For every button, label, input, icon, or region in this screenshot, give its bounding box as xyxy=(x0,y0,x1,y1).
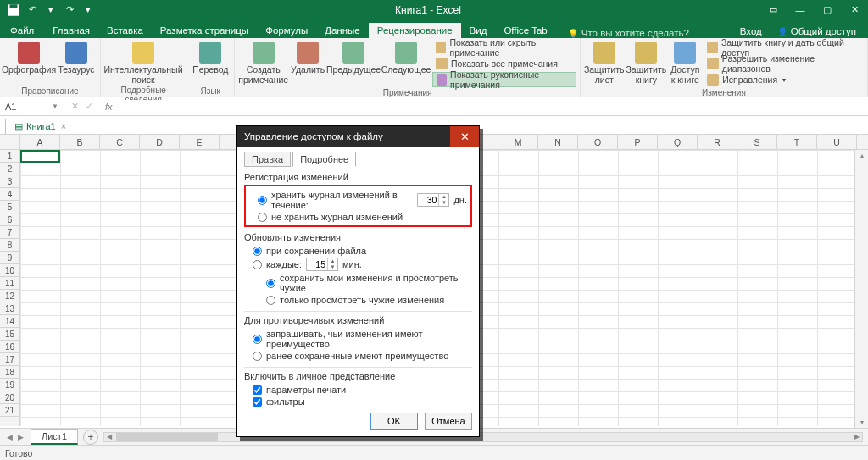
delete-comment-button[interactable]: Удалить xyxy=(290,40,326,75)
row-header[interactable]: 7 xyxy=(0,226,19,239)
tab-page-layout[interactable]: Разметка страницы xyxy=(152,23,257,38)
allow-edit-ranges-button[interactable]: Разрешить изменение диапазонов xyxy=(704,56,864,71)
col-header[interactable]: Q xyxy=(658,135,698,149)
close-workbook-icon[interactable]: × xyxy=(61,121,66,131)
undo-button[interactable]: ↶ xyxy=(24,2,41,19)
days-input[interactable] xyxy=(418,195,438,205)
tab-formulas[interactable]: Формулы xyxy=(257,23,316,38)
formula-input[interactable] xyxy=(120,100,868,113)
dialog-tab-edit[interactable]: Правка xyxy=(244,152,291,167)
opt-earlier[interactable]: ранее сохраненные имеют преимущество xyxy=(244,350,472,362)
cancel-button[interactable]: Отмена xyxy=(425,413,472,430)
maximize-button[interactable]: ▢ xyxy=(814,0,841,19)
chk-print[interactable]: параметры печати xyxy=(244,384,472,396)
row-header[interactable]: 6 xyxy=(0,213,19,226)
dialog-tab-more[interactable]: Подробнее xyxy=(292,152,356,167)
col-header[interactable]: P xyxy=(618,135,658,149)
show-hide-comment-button[interactable]: Показать или скрыть примечание xyxy=(432,40,576,55)
sheet-tab[interactable]: Лист1 xyxy=(31,429,78,445)
tab-office[interactable]: Office Tab xyxy=(495,23,555,38)
opt-dont-keep-history[interactable]: не хранить журнал изменений xyxy=(249,211,467,223)
col-header[interactable]: T xyxy=(777,135,817,149)
tell-me-search[interactable]: Что вы хотите сделать? xyxy=(556,28,735,38)
dialog-titlebar[interactable]: Управление доступом к файлу ✕ xyxy=(237,126,479,147)
col-header[interactable]: D xyxy=(140,135,180,149)
col-header[interactable]: B xyxy=(60,135,100,149)
chk-filters[interactable]: фильтры xyxy=(244,396,472,407)
qat-dropdown-icon[interactable]: ▾ xyxy=(42,2,59,19)
col-header[interactable]: U xyxy=(817,135,857,149)
smart-lookup-button[interactable]: Интеллектуальный поиск xyxy=(104,40,182,85)
col-header[interactable]: R xyxy=(698,135,737,149)
ok-button[interactable]: OK xyxy=(370,413,418,430)
row-header[interactable]: 4 xyxy=(0,188,19,201)
accept-fx-icon[interactable]: ✓ xyxy=(86,101,93,112)
add-sheet-button[interactable]: + xyxy=(83,430,98,445)
row-header[interactable]: 17 xyxy=(0,353,19,366)
save-icon[interactable] xyxy=(5,2,22,19)
row-header[interactable]: 9 xyxy=(0,252,19,264)
opt-on-save[interactable]: при сохранении файла xyxy=(244,245,472,257)
tab-review[interactable]: Рецензирование xyxy=(369,23,461,38)
horizontal-scrollbar[interactable]: ◀▶ xyxy=(103,432,863,442)
col-header[interactable]: O xyxy=(578,135,618,149)
opt-view-only[interactable]: только просмотреть чужие изменения xyxy=(244,294,472,306)
spelling-button[interactable]: Орфография xyxy=(3,40,54,75)
redo-button[interactable]: ↷ xyxy=(61,2,78,19)
minutes-input[interactable] xyxy=(307,259,327,269)
protect-workbook-button[interactable]: Защитить книгу xyxy=(626,40,667,85)
row-header[interactable]: 14 xyxy=(0,315,19,328)
row-header[interactable]: 16 xyxy=(0,341,19,353)
row-header[interactable]: 1 xyxy=(0,150,19,163)
tab-view[interactable]: Вид xyxy=(461,23,496,38)
cancel-fx-icon[interactable]: ✕ xyxy=(71,101,79,112)
col-header[interactable]: C xyxy=(100,135,140,149)
track-changes-button[interactable]: Исправления▾ xyxy=(704,72,864,87)
row-header[interactable]: 2 xyxy=(0,163,19,175)
dialog-close-button[interactable]: ✕ xyxy=(450,126,479,147)
share-workbook-button[interactable]: Доступ к книге xyxy=(668,40,702,85)
col-header[interactable]: S xyxy=(737,135,777,149)
row-header[interactable]: 18 xyxy=(0,366,19,379)
opt-keep-history[interactable]: хранить журнал изменений в течение: ▲▼ д… xyxy=(249,189,467,211)
tab-home[interactable]: Главная xyxy=(44,23,98,38)
sheet-nav[interactable]: ◀▶ xyxy=(0,433,31,441)
select-all-corner[interactable] xyxy=(0,135,20,149)
login-link[interactable]: Вход xyxy=(735,26,767,36)
translate-button[interactable]: Перевод xyxy=(190,40,231,75)
row-header[interactable]: 12 xyxy=(0,290,19,302)
fx-icon[interactable]: fx xyxy=(100,102,113,112)
qat-dropdown2-icon[interactable]: ▾ xyxy=(80,2,97,19)
row-header[interactable]: 5 xyxy=(0,201,19,213)
workbook-tab[interactable]: ▤Книга1× xyxy=(5,119,75,134)
opt-every[interactable]: каждые: ▲▼ мин. xyxy=(244,257,472,272)
col-header[interactable]: A xyxy=(20,135,60,149)
opt-ask[interactable]: запрашивать, чьи изменения имеют преимущ… xyxy=(244,328,472,350)
tab-file[interactable]: Файл xyxy=(0,23,44,38)
row-header[interactable]: 19 xyxy=(0,379,19,391)
row-header[interactable]: 13 xyxy=(0,302,19,315)
new-comment-button[interactable]: Создать примечание xyxy=(238,40,288,85)
share-button[interactable]: Общий доступ xyxy=(772,25,861,38)
next-comment-button[interactable]: Следующее xyxy=(381,40,431,75)
days-spinner[interactable]: ▲▼ xyxy=(417,193,449,207)
row-header[interactable]: 10 xyxy=(0,264,19,277)
prev-comment-button[interactable]: Предыдущее xyxy=(327,40,380,75)
row-header[interactable]: 21 xyxy=(0,404,19,417)
row-header[interactable]: 15 xyxy=(0,328,19,341)
name-box[interactable]: A1▼ xyxy=(0,97,64,115)
col-header[interactable]: M xyxy=(498,135,538,149)
ribbon-options-icon[interactable]: ▭ xyxy=(760,0,787,19)
row-header[interactable]: 8 xyxy=(0,239,19,252)
col-header[interactable]: E xyxy=(180,135,220,149)
protect-sheet-button[interactable]: Защитить лист xyxy=(584,40,625,85)
opt-save-and-view[interactable]: сохранить мои изменения и просмотреть чу… xyxy=(244,272,472,294)
tab-data[interactable]: Данные xyxy=(316,23,369,38)
minimize-button[interactable]: — xyxy=(787,0,814,19)
row-header[interactable]: 11 xyxy=(0,277,19,290)
close-button[interactable]: ✕ xyxy=(841,0,868,19)
chevron-down-icon[interactable]: ▼ xyxy=(52,103,58,110)
row-header[interactable]: 20 xyxy=(0,391,19,404)
vertical-scrollbar[interactable]: ▴▾ xyxy=(854,150,868,428)
row-header[interactable]: 3 xyxy=(0,175,19,188)
